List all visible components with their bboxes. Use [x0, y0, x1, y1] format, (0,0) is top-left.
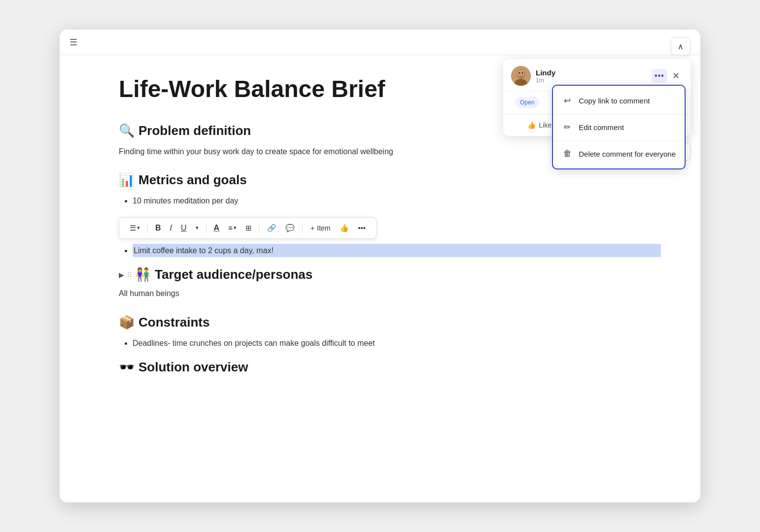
like-icon: 👍	[527, 121, 536, 129]
section-target: ▶ ⠿ 👫 Target audience/personas All human…	[119, 267, 661, 300]
comment-more-button[interactable]: •••	[652, 69, 667, 83]
upvote-icon: 👍	[340, 224, 349, 233]
section-solution: 🕶️ Solution overview	[119, 360, 661, 375]
solution-icon: 🕶️	[119, 360, 135, 375]
comment-text: Open	[511, 98, 539, 106]
toolbar-divider-2	[206, 223, 207, 233]
metrics-bullet-list-2: Limit coffee intake to 2 cups a day, max…	[119, 244, 661, 258]
list-icon: ☰	[130, 224, 136, 233]
metrics-bullet-list: 10 minutes meditation per day	[119, 195, 661, 207]
chevron-down-icon: ▾	[196, 225, 199, 231]
upvote-button[interactable]: 👍	[336, 222, 352, 234]
dropdown-item-edit[interactable]: ✏ Edit comment	[553, 115, 685, 139]
commenter-avatar	[511, 66, 531, 86]
link-icon: 🔗	[267, 224, 276, 233]
align-chevron-icon: ▾	[234, 225, 237, 231]
comment-nav-up-button[interactable]: ∧	[671, 37, 691, 55]
svg-point-5	[522, 72, 523, 74]
more-options-button[interactable]: •••	[354, 222, 369, 234]
more-dots-icon: •••	[655, 71, 664, 80]
dropdown-divider-2	[553, 140, 685, 141]
open-badge: Open	[515, 97, 539, 108]
link-button[interactable]: 🔗	[264, 222, 280, 234]
add-item-button[interactable]: + Item	[307, 222, 334, 234]
constraints-icon: 📦	[119, 315, 135, 330]
avatar-image	[511, 66, 531, 86]
comment-time: 1m	[536, 77, 647, 84]
section-constraints: 📦 Constraints Deadlines- time crunches o…	[119, 315, 661, 350]
comment-header-actions: ••• ✕	[652, 69, 683, 83]
bold-button[interactable]: B	[152, 222, 165, 234]
target-icon: 👫	[135, 267, 151, 282]
chevron-down-icon: ▾	[137, 225, 140, 231]
text-formatting-toolbar: ☰ ▾ B I U ▾ A ≡ ▾ ⊞	[119, 217, 377, 239]
comment-button[interactable]: 💬	[282, 222, 298, 234]
table-icon: ⊞	[245, 224, 252, 233]
comment-username: Lindy	[536, 68, 647, 77]
dropdown-item-delete[interactable]: 🗑 Delete comment for everyone	[553, 142, 685, 166]
dropdown-item-copy-link[interactable]: ↩ Copy link to comment	[553, 89, 685, 113]
toolbar-divider-3	[259, 223, 260, 233]
close-icon: ✕	[672, 71, 680, 81]
section-heading-solution: 🕶️ Solution overview	[119, 360, 661, 375]
avatar-svg	[511, 66, 531, 86]
collapse-controls: ▶ ⠿ 👫 Target audience/personas	[119, 267, 661, 282]
toolbar-divider-4	[302, 223, 303, 233]
italic-button[interactable]: I	[167, 222, 175, 234]
comment-header: Lindy 1m ••• ✕ ↩ Copy link to comment	[503, 59, 691, 91]
copy-link-icon: ↩	[562, 96, 573, 106]
table-button[interactable]: ⊞	[242, 222, 255, 234]
comment-panel: ∧ Lindy	[503, 59, 691, 136]
comment-user-info: Lindy 1m	[536, 68, 647, 84]
comment-close-button[interactable]: ✕	[669, 69, 683, 82]
section-heading-target: 👫 Target audience/personas	[135, 267, 312, 282]
section-heading-metrics: 📊 Metrics and goals	[119, 172, 661, 188]
constraints-bullet-list: Deadlines- time crunches on projects can…	[119, 337, 661, 350]
section-heading-constraints: 📦 Constraints	[119, 315, 661, 330]
target-text: All human beings	[119, 287, 661, 300]
plus-icon: +	[311, 224, 314, 232]
underline-button[interactable]: U	[177, 222, 190, 234]
top-bar: ☰	[60, 30, 700, 55]
drag-handle-icon[interactable]: ⠿	[127, 271, 132, 279]
edit-icon: ✏	[562, 122, 573, 133]
more-icon: •••	[358, 224, 366, 232]
svg-point-4	[519, 72, 520, 74]
sidebar-toggle-icon[interactable]: ☰	[69, 37, 77, 48]
bullet-item-coffee: Limit coffee intake to 2 cups a day, max…	[133, 244, 661, 258]
text-color-icon: A	[214, 224, 220, 233]
toolbar-divider-1	[147, 223, 148, 233]
section-metrics: 📊 Metrics and goals 10 minutes meditatio…	[119, 172, 661, 257]
app-window: ☰ Life-Work Balance Brief 🔍 Problem defi…	[60, 30, 700, 502]
collapse-arrow-icon[interactable]: ▶	[119, 271, 124, 279]
delete-icon: 🗑	[562, 149, 573, 159]
problem-icon: 🔍	[119, 123, 135, 138]
align-icon: ≡	[228, 224, 233, 232]
list-style-button[interactable]: ☰ ▾	[126, 222, 143, 234]
bullet-item-deadlines: Deadlines- time crunches on projects can…	[133, 337, 661, 350]
comment-dropdown-menu: ↩ Copy link to comment ✏ Edit comment 🗑 …	[552, 85, 686, 169]
underline-chevron-button[interactable]: ▾	[192, 223, 202, 233]
text-color-button[interactable]: A	[210, 222, 223, 234]
bullet-item-meditation: 10 minutes meditation per day	[133, 195, 661, 207]
chevron-up-icon: ∧	[678, 42, 684, 51]
metrics-icon: 📊	[119, 172, 135, 188]
comment-icon: 💬	[285, 224, 295, 233]
dropdown-divider-1	[553, 114, 685, 114]
align-button[interactable]: ≡ ▾	[225, 222, 240, 234]
